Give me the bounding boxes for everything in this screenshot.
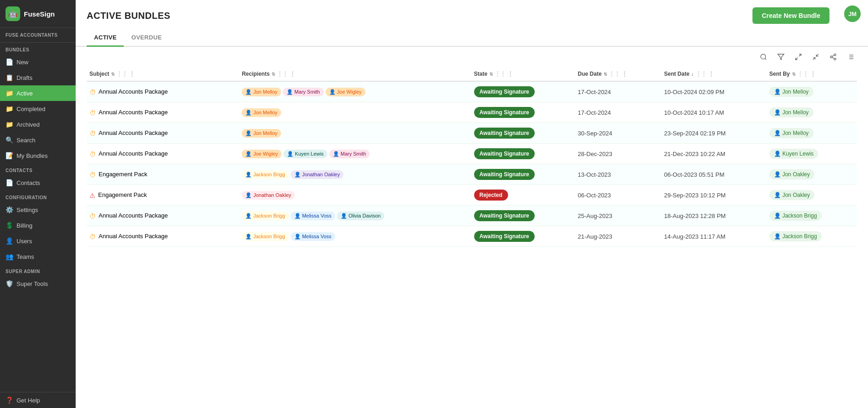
col-recipients[interactable]: Recipients ⇅ ⋮⋮ ⋮	[239, 67, 471, 81]
recipient-tag: 👤 Jon Melloy	[242, 88, 281, 96]
sidebar-item-completed[interactable]: 📁 Completed	[0, 101, 76, 117]
due-date-cell: 21-Aug-2023	[575, 226, 661, 247]
sort-icon-state: ⇅	[489, 72, 493, 77]
table-row[interactable]: ⏱ Annual Accounts Package 👤 Jackson Brig…	[87, 226, 857, 247]
sidebar-item-drafts[interactable]: 📋 Drafts	[0, 70, 76, 85]
table-row[interactable]: ⏱ Annual Accounts Package 👤 Jon Melloy👤 …	[87, 81, 857, 102]
sidebar-item-billing[interactable]: 💲 Billing	[0, 218, 76, 233]
archived-icon: 📁	[6, 121, 13, 128]
sidebar-item-active[interactable]: 📁 Active	[0, 85, 76, 101]
main-header: ACTIVE BUNDLES Create New Bundle	[76, 0, 868, 29]
table-body: ⏱ Annual Accounts Package 👤 Jon Melloy👤 …	[87, 81, 857, 247]
drag-handle-subject[interactable]: ⋮⋮	[116, 71, 127, 77]
sent-by-tag: 👤 Jackson Brigg	[769, 231, 822, 241]
sidebar: 🤖 FuseSign FUSE ACCOUNTANTS BUNDLES 📄 Ne…	[0, 0, 76, 408]
recipient-tag: 👤 Jonathan Oakley	[242, 191, 295, 200]
col-sent-by[interactable]: Sent By ⇅ ⋮⋮ ⋮	[767, 67, 857, 81]
sidebar-item-users[interactable]: 👤 Users	[0, 233, 76, 249]
search-toolbar-icon[interactable]	[757, 50, 770, 63]
sent-by-tag: 👤 Jon Melloy	[769, 107, 813, 117]
sidebar-item-billing-label: Billing	[17, 222, 33, 229]
sidebar-item-completed-label: Completed	[17, 106, 45, 112]
row-status-icon: ⏱	[89, 151, 96, 158]
sent-date-cell: 21-Dec-2023 10:22 AM	[661, 144, 767, 164]
state-cell: Awaiting Signature	[471, 144, 575, 164]
recipients-cell: 👤 Jon Melloy👤 Mary Smith👤 Joe Wigley	[239, 81, 471, 102]
table-row[interactable]: ⏱ Annual Accounts Package 👤 Jon MelloyAw…	[87, 102, 857, 123]
sidebar-item-archived-label: Archived	[17, 121, 40, 128]
create-new-bundle-button[interactable]: Create New Bundle	[752, 7, 829, 24]
super-admin-section-label: SUPER ADMIN	[0, 264, 76, 276]
user-avatar[interactable]: JM	[844, 6, 861, 22]
row-subject: Annual Accounts Package	[99, 88, 168, 95]
filter-toolbar-icon[interactable]	[774, 50, 787, 63]
table-row[interactable]: ⏱ Annual Accounts Package 👤 Joe Wigley👤 …	[87, 144, 857, 164]
sidebar-item-active-label: Active	[17, 90, 33, 97]
table-toolbar	[76, 47, 868, 67]
sidebar-item-my-bundles[interactable]: 📝 My Bundles	[0, 148, 76, 163]
drag-handle-recipients[interactable]: ⋮⋮	[277, 71, 288, 77]
due-date-cell: 17-Oct-2024	[575, 81, 661, 102]
table-row[interactable]: ⏱ Annual Accounts Package 👤 Jackson Brig…	[87, 206, 857, 226]
sort-icon-due-date: ⇅	[603, 72, 607, 77]
row-subject: Engagement Pack	[99, 171, 147, 178]
page-title: ACTIVE BUNDLES	[87, 11, 171, 21]
row-subject: Annual Accounts Package	[99, 109, 168, 116]
drag-handle-state[interactable]: ⋮⋮	[495, 71, 506, 77]
sidebar-item-archived[interactable]: 📁 Archived	[0, 117, 76, 132]
share-toolbar-icon[interactable]	[827, 50, 840, 63]
table-row[interactable]: ⚠ Engagement Pack 👤 Jonathan OakleyRejec…	[87, 185, 857, 206]
col-menu-sent-date[interactable]: ⋮	[708, 71, 714, 77]
expand-toolbar-icon[interactable]	[792, 50, 805, 63]
svg-line-11	[832, 55, 835, 56]
tab-active[interactable]: ACTIVE	[87, 29, 124, 47]
sent-by-tag: 👤 Jon Oakley	[769, 169, 814, 179]
sidebar-item-search[interactable]: 🔍 Search	[0, 132, 76, 148]
sent-date-cell: 10-Oct-2024 02:09 PM	[661, 81, 767, 102]
col-menu-subject[interactable]: ⋮	[129, 71, 135, 77]
recipients-cell: 👤 Jackson Brigg👤 Jonathan Oakley	[239, 164, 471, 185]
col-menu-sent-by[interactable]: ⋮	[810, 71, 816, 77]
sidebar-item-contacts[interactable]: 📄 Contacts	[0, 175, 76, 190]
sort-icon-recipients: ⇅	[271, 72, 275, 77]
sidebar-item-teams[interactable]: 👥 Teams	[0, 249, 76, 264]
col-due-date[interactable]: Due Date ⇅ ⋮⋮ ⋮	[575, 67, 661, 81]
sent-date-cell: 06-Oct-2023 05:51 PM	[661, 164, 767, 185]
state-badge: Rejected	[474, 190, 508, 201]
drag-handle-due-date[interactable]: ⋮⋮	[609, 71, 620, 77]
col-subject[interactable]: Subject ⇅ ⋮⋮ ⋮	[87, 67, 239, 81]
table-row[interactable]: ⏱ Engagement Pack 👤 Jackson Brigg👤 Jonat…	[87, 164, 857, 185]
sidebar-item-get-help[interactable]: ❓ Get Help	[0, 392, 76, 408]
col-menu-state[interactable]: ⋮	[508, 71, 513, 77]
col-menu-due-date[interactable]: ⋮	[622, 71, 627, 77]
col-state[interactable]: State ⇅ ⋮⋮ ⋮	[471, 67, 575, 81]
sent-date-cell: 18-Aug-2023 12:28 PM	[661, 206, 767, 226]
drafts-icon: 📋	[6, 74, 13, 81]
state-badge: Awaiting Signature	[474, 86, 535, 97]
bundles-table-container: Subject ⇅ ⋮⋮ ⋮ Recipients ⇅ ⋮⋮ ⋮	[76, 67, 868, 408]
sidebar-item-new[interactable]: 📄 New	[0, 54, 76, 70]
sent-by-tag: 👤 Jon Melloy	[769, 87, 813, 97]
sent-by-cell: 👤 Jon Melloy	[767, 102, 857, 123]
svg-point-7	[834, 54, 836, 56]
sent-by-tag: 👤 Kuyen Lewis	[769, 149, 818, 159]
columns-toolbar-icon[interactable]	[844, 50, 857, 63]
sidebar-item-super-tools[interactable]: 🛡️ Super Tools	[0, 276, 76, 291]
sidebar-item-my-bundles-label: My Bundles	[17, 152, 48, 159]
table-row[interactable]: ⏱ Annual Accounts Package 👤 Jon MelloyAw…	[87, 123, 857, 144]
row-status-icon: ⏱	[89, 171, 96, 179]
recipients-cell: 👤 Jackson Brigg👤 Melissa Voss👤 Olivia Da…	[239, 206, 471, 226]
col-sent-date[interactable]: Sent Date ↓ ⋮⋮ ⋮	[661, 67, 767, 81]
recipient-tag: 👤 Jackson Brigg	[242, 170, 288, 179]
shrink-toolbar-icon[interactable]	[809, 50, 822, 63]
sidebar-item-settings[interactable]: ⚙️ Settings	[0, 202, 76, 218]
recipient-tag: 👤 Jon Melloy	[242, 129, 281, 138]
sent-by-cell: 👤 Jackson Brigg	[767, 206, 857, 226]
teams-icon: 👥	[6, 253, 13, 260]
drag-handle-sent-date[interactable]: ⋮⋮	[696, 71, 707, 77]
subject-cell: ⏱ Engagement Pack	[87, 164, 239, 185]
col-menu-recipients[interactable]: ⋮	[290, 71, 295, 77]
tab-overdue[interactable]: OVERDUE	[124, 29, 169, 47]
drag-handle-sent-by[interactable]: ⋮⋮	[797, 71, 808, 77]
state-cell: Awaiting Signature	[471, 123, 575, 144]
